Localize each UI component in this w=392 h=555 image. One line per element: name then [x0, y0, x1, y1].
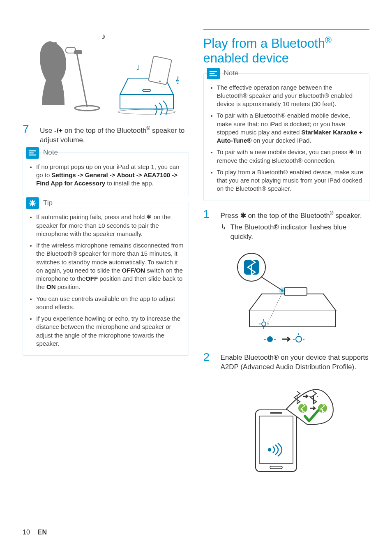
note-callout: Note The effective operation range betwe… — [203, 73, 370, 201]
svg-point-34 — [267, 336, 273, 342]
svg-text:♪: ♪ — [101, 32, 106, 41]
list-item: To pair with a Bluetooth® enabled mobile… — [217, 111, 364, 145]
callout-title: Note — [43, 148, 58, 157]
svg-rect-25 — [284, 288, 307, 295]
list-item: To pair with a new mobile device, you ca… — [217, 148, 364, 165]
callout-title: Note — [224, 69, 239, 78]
list-item: To play from a Bluetooth® enabled device… — [217, 168, 364, 193]
manual-page: ♪ ♩ 𝄞 — [0, 0, 392, 555]
left-column: ♪ ♩ 𝄞 — [23, 29, 189, 534]
svg-line-24 — [261, 277, 281, 290]
result-arrow-icon: ↳ — [221, 223, 226, 242]
page-footer: 10 EN — [23, 528, 47, 537]
step-number: 2 — [203, 352, 213, 372]
section-heading: Play from a Bluetooth® enabled device — [203, 29, 370, 66]
tip-callout: Tip If automatic pairing fails, press an… — [23, 203, 189, 356]
step-1: 1 Press ✱ on the top of the Bluetooth® s… — [203, 208, 370, 242]
svg-line-1 — [77, 53, 87, 107]
step-text: Enable Bluetooth® on your device that su… — [221, 352, 370, 372]
svg-rect-44 — [270, 412, 282, 414]
list-item: If you experience howling or echo, try t… — [36, 314, 184, 348]
speaker-bt-illustration — [203, 247, 370, 343]
svg-point-10 — [159, 81, 161, 82]
step-text: Press ✱ on the top of the Bluetooth® spe… — [221, 208, 370, 242]
list-item: If no prompt pops up on your iPad at ste… — [36, 163, 184, 188]
asterisk-icon — [26, 197, 39, 209]
list-item: If automatic pairing fails, press and ho… — [36, 213, 184, 238]
svg-point-0 — [54, 42, 57, 44]
phone-bt-illustration — [203, 377, 370, 474]
list-item: You can use controls available on the ap… — [36, 295, 184, 312]
note-lines-icon — [207, 68, 220, 79]
note-callout: Note If no prompt pops up on your iPad a… — [23, 153, 189, 196]
step-number: 7 — [23, 123, 32, 145]
page-number: 10 — [23, 529, 30, 536]
note-lines-icon — [26, 147, 39, 159]
callout-title: Tip — [43, 199, 53, 208]
svg-rect-9 — [148, 56, 172, 85]
step-result: ↳ The Bluetooth® indicator flashes blue … — [221, 223, 370, 242]
list-item: If the wireless microphone remains disco… — [36, 241, 184, 291]
svg-text:♩: ♩ — [136, 64, 140, 71]
step-number: 1 — [203, 208, 213, 242]
right-column: Play from a Bluetooth® enabled device No… — [203, 29, 370, 534]
svg-rect-43 — [259, 416, 293, 463]
svg-point-37 — [296, 336, 302, 342]
step-7: 7 Use -/+ on the top of the Bluetooth® s… — [23, 123, 189, 145]
list-item: The effective operation range between th… — [217, 83, 364, 109]
svg-point-52 — [268, 449, 271, 451]
karaoke-illustration: ♪ ♩ 𝄞 — [23, 29, 189, 115]
step-2: 2 Enable Bluetooth® on your device that … — [203, 352, 370, 372]
note-list: The effective operation range between th… — [209, 83, 364, 193]
lang-code: EN — [37, 529, 47, 536]
bluetooth-icon: ✱ — [240, 211, 246, 219]
step-text: Use -/+ on the top of the Bluetooth® spe… — [40, 123, 189, 145]
svg-point-8 — [143, 89, 151, 92]
svg-text:𝄞: 𝄞 — [175, 76, 179, 84]
note-list: If no prompt pops up on your iPad at ste… — [28, 163, 184, 188]
tip-list: If automatic pairing fails, press and ho… — [28, 213, 184, 348]
